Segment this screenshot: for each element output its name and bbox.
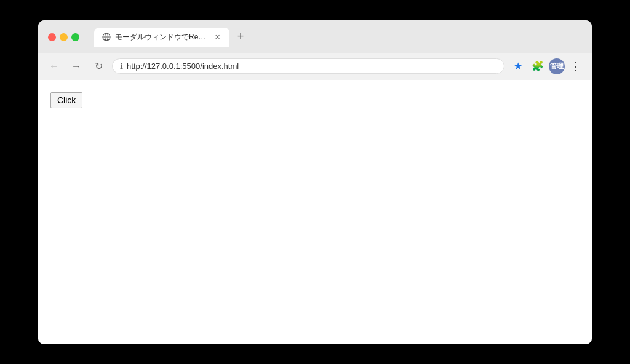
title-bar-top: モーダルウィンドウでReactの基礎 ✕ + (48, 28, 582, 47)
address-bar-container[interactable]: ℹ (112, 58, 504, 74)
page-content: Click (38, 80, 592, 344)
new-tab-button[interactable]: + (232, 28, 249, 46)
star-icon: ★ (514, 60, 522, 72)
nav-actions: ★ 🧩 管理 ⋮ (509, 58, 584, 75)
browser-tab[interactable]: モーダルウィンドウでReactの基礎 ✕ (94, 28, 229, 47)
back-button[interactable]: ← (46, 58, 63, 75)
click-button[interactable]: Click (50, 92, 82, 108)
nav-bar: ← → ↻ ℹ ★ 🧩 管理 ⋮ (38, 53, 592, 80)
tab-close-button[interactable]: ✕ (212, 32, 222, 42)
title-bar: モーダルウィンドウでReactの基礎 ✕ + (38, 20, 592, 53)
forward-button[interactable]: → (68, 58, 85, 75)
bookmark-button[interactable]: ★ (509, 58, 527, 75)
minimize-window-button[interactable] (60, 33, 68, 41)
reload-button[interactable]: ↻ (90, 58, 107, 75)
tab-favicon (102, 32, 111, 42)
user-avatar[interactable]: 管理 (549, 58, 565, 74)
address-bar[interactable] (127, 61, 496, 71)
tab-title: モーダルウィンドウでReactの基礎 (115, 32, 209, 42)
extensions-button[interactable]: 🧩 (529, 58, 546, 75)
puzzle-icon: 🧩 (532, 60, 544, 72)
browser-window: モーダルウィンドウでReactの基礎 ✕ + ← → ↻ ℹ ★ 🧩 管理 ⋮ (38, 20, 592, 344)
more-options-button[interactable]: ⋮ (567, 58, 584, 75)
window-controls (48, 33, 79, 41)
maximize-window-button[interactable] (71, 33, 79, 41)
address-info-icon: ℹ (120, 61, 123, 71)
close-window-button[interactable] (48, 33, 56, 41)
tab-bar: モーダルウィンドウでReactの基礎 ✕ + (94, 28, 249, 47)
